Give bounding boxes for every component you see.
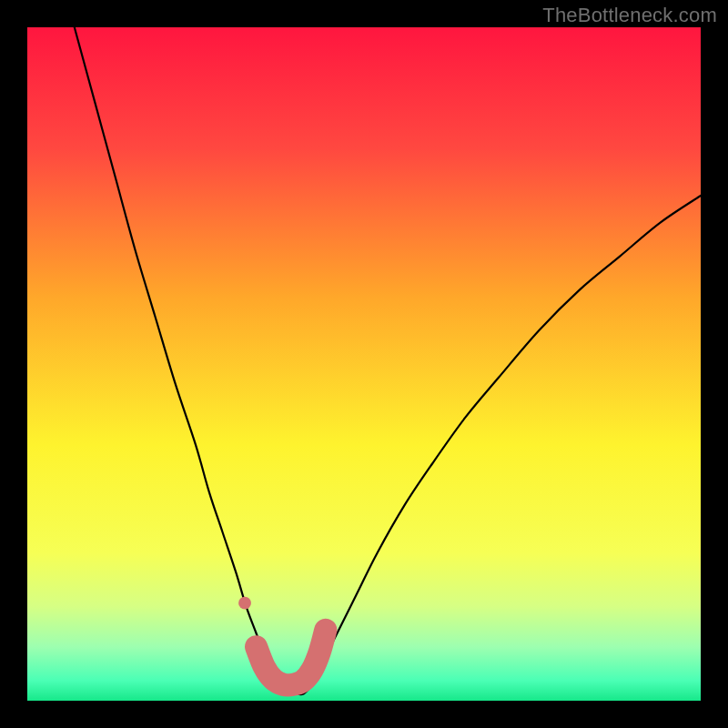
right-curve — [310, 196, 701, 687]
plot-area — [27, 27, 701, 701]
outlier-marker — [238, 597, 251, 610]
chart-canvas — [27, 27, 701, 701]
stage: TheBottleneck.com — [0, 0, 728, 728]
left-curve — [75, 27, 277, 687]
watermark-text: TheBottleneck.com — [542, 4, 717, 27]
trough-marker-path — [257, 630, 326, 685]
